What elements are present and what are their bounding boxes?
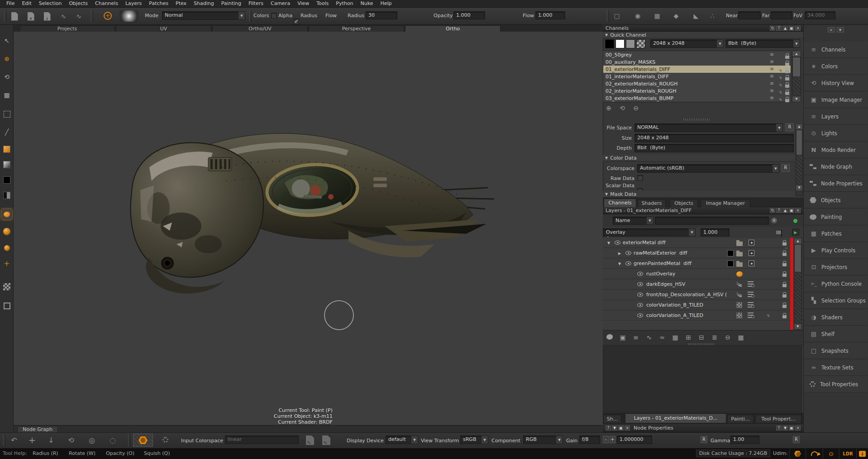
sidebar-item-shelf[interactable]: ▤Shelf [804,326,868,342]
remove-layer-button[interactable]: ⊖ [723,333,733,343]
filter-toggle[interactable] [781,230,782,237]
float-icon[interactable]: ▣ [789,426,794,431]
layer-row-rawMetalExterior[interactable]: ▶ rawMetalExterior diff [603,248,790,258]
select-tool-icon[interactable]: ↖ [1,35,12,46]
near-field[interactable] [738,11,761,19]
colorspace-dropdown[interactable]: Automatic (sRGB)▼ [637,164,779,173]
rotate-view-tool-icon[interactable]: ⟲ [1,71,12,82]
layer-row-greenPaintedMetal[interactable]: ▼ greenPaintedMetal diff [603,259,790,269]
tab-ortho-uv[interactable]: Ortho/UV [212,25,308,32]
transparent-swatch[interactable] [636,39,645,48]
refresh-icon[interactable]: ↻ [770,26,775,31]
channel-row[interactable]: 00_50grey≡ [603,51,791,58]
scroll-up-icon[interactable]: ▲ [794,238,801,244]
transform-tool-icon[interactable]: ⊕ [1,53,12,64]
tab-uv[interactable]: UV [116,25,211,32]
toolbar-grip[interactable] [4,10,6,22]
sidebar-item-projectors[interactable]: ⊡Projectors [804,259,868,275]
paint-through-tool-icon[interactable] [1,226,12,237]
gain-fstop-field[interactable]: f/8 [579,435,600,444]
toolbar-grip[interactable] [249,10,252,22]
layer-amount-field[interactable]: 1.000 [701,228,730,237]
frame-down-icon[interactable]: ↓ [45,435,57,446]
flow-value-field[interactable]: 1.000 [535,11,565,19]
gain-plus-button[interactable]: + [610,436,615,443]
pin-sidebar-icon[interactable]: ▾ [837,27,844,33]
sidebar-item-lights[interactable]: ⊙Lights [804,125,868,142]
sidebar-item-texture-sets[interactable]: ≈Texture Sets [804,360,868,376]
export-status-icon[interactable]: ↓ [856,449,868,459]
ldr-indicator[interactable]: LDR [839,449,856,459]
visibility-eye-icon[interactable] [637,272,643,276]
tab-image-manager[interactable]: Image Manager [701,199,750,207]
channel-row[interactable]: 02_interiorMaterials_ROUGH≡∞ [603,87,791,95]
help-icon[interactable]: ? [606,426,611,431]
file-space-reset-button[interactable]: R [786,123,794,131]
float-icon[interactable]: ▣ [789,208,794,213]
paint-tool-icon[interactable] [1,209,12,220]
sidebar-item-channels[interactable]: ≡Channels [804,42,868,58]
sidebar-item-snapshots[interactable]: □Snapshots [804,343,868,359]
shaded-sphere-icon[interactable]: ◉ [633,11,643,21]
lock-icon[interactable] [782,315,787,318]
gain-minus-button[interactable]: - [603,436,609,443]
menu-channels[interactable]: Channels [91,0,122,7]
mask-preview-icon[interactable] [749,250,754,256]
close-project-icon[interactable]: × [26,11,36,21]
layer-play-button[interactable]: ▶ [792,229,799,236]
visibility-eye-icon[interactable] [637,313,643,317]
toolbar-grip[interactable] [607,10,609,22]
menu-view[interactable]: View [294,0,313,7]
close-icon[interactable]: × [625,426,630,431]
add-procedural-layer-button[interactable]: ▦ [670,333,680,343]
lock-icon[interactable] [782,263,787,266]
visibility-eye-icon[interactable] [625,251,631,255]
frame-tool-icon[interactable] [1,300,12,311]
slice-tool-icon[interactable]: ╱ [1,127,12,137]
layer-list-scrollbar[interactable]: ▲ ▼ [794,238,802,330]
spray-icon[interactable]: ∴ [707,11,717,21]
help-icon[interactable]: ? [776,208,782,213]
add-curve-layer-button[interactable]: ∿ [644,333,654,343]
channel-props-scrollbar[interactable]: ▲ ▼ [796,123,803,196]
display-device-dropdown[interactable]: default▼ [386,435,418,444]
component-dropdown[interactable]: RGB▼ [523,435,563,444]
add-group-button[interactable]: ⊞ [683,333,693,343]
channel-row[interactable]: 02_exteriorMaterials_ROUGH≡∞ [603,80,791,87]
sidebar-item-patches[interactable]: ▦Patches [804,226,868,242]
menu-help[interactable]: Help [377,0,395,7]
layer-search-input[interactable] [655,217,769,225]
visibility-eye-icon[interactable] [615,241,620,245]
sidebar-item-tool-properties[interactable]: Tool Properties [804,376,868,393]
layer-swatch[interactable] [727,260,734,267]
quick-channel-depth-dropdown[interactable]: 8bit (Byte)▼ [725,39,800,48]
tab-node-graph[interactable]: Node Graph [17,426,58,432]
sync-channel-button[interactable]: ⟲ [617,103,627,113]
tab-layers-docked[interactable]: Layers - 01_exteriorMaterials_D... [625,413,726,423]
merge-layers-button[interactable]: ⊟ [696,333,706,343]
visibility-eye-icon[interactable] [637,282,643,286]
layer-row-colorVariation-B[interactable]: colorVariation_B_TILED [603,300,790,310]
tab-tool-properties-docked[interactable]: Tool Propert... [755,415,801,423]
menu-ptex[interactable]: Ptex [172,0,190,7]
lock-icon[interactable] [782,242,787,246]
tab-ortho[interactable]: Ortho [405,25,501,32]
layer-row-rustOverlay[interactable]: rustOverlay [603,269,790,279]
branch-icon[interactable]: ∿ [74,11,84,21]
close-icon[interactable]: × [795,26,801,31]
scroll-thumb[interactable] [792,57,801,77]
remove-channel-button[interactable]: ⊖ [631,103,641,113]
input-colorspace-field[interactable]: linear [225,435,299,444]
black-swatch[interactable] [605,39,614,48]
visibility-eye-icon[interactable] [637,303,643,307]
menu-camera[interactable]: Camera [267,0,294,7]
ocio-toggle-button[interactable] [133,434,153,447]
float-icon[interactable]: ▣ [789,26,794,31]
menu-edit[interactable]: Edit [18,0,35,7]
connect-icon[interactable]: ∿ [58,11,68,21]
depth-field[interactable]: 8bit (Byte) [634,144,794,152]
gamma-reset-button[interactable]: R [793,436,800,443]
new-project-icon[interactable] [10,11,19,21]
layer-row-darkEdges[interactable]: darkEdges_HSV [603,279,790,289]
scroll-down-icon[interactable]: ▼ [794,323,801,329]
